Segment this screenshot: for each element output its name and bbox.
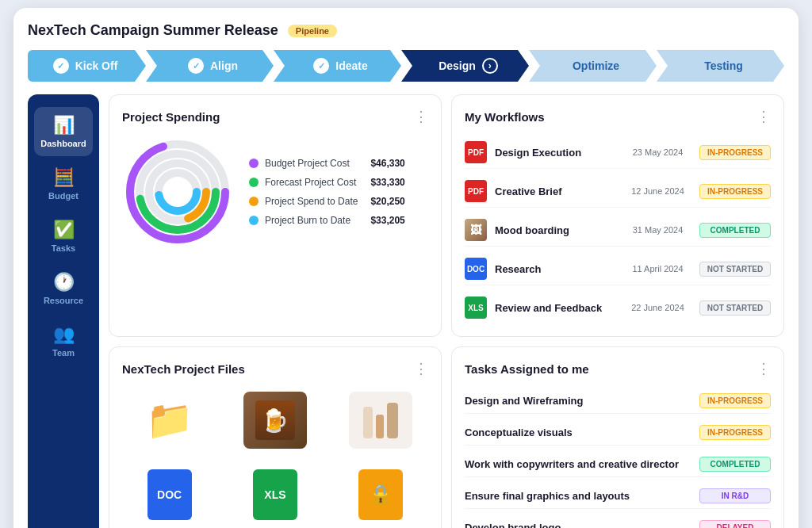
legend-item: Forecast Project Cost $33,330 (249, 177, 405, 188)
spending-header: Project Spending ⋮ (122, 108, 428, 125)
header-row: NexTech Campaign Summer Release Pipeline (28, 22, 784, 39)
donut-chart (122, 136, 233, 247)
sidebar-label: Dashboard (40, 139, 86, 148)
legend-dot (249, 159, 259, 168)
workflow-date: 23 May 2024 (624, 147, 691, 157)
sidebar-label: Team (52, 348, 75, 358)
task-status-badge: IN-PROGRESS (699, 393, 771, 408)
spending-more-icon[interactable]: ⋮ (414, 108, 428, 125)
legend-dot (249, 178, 259, 187)
sidebar-item-tasks[interactable]: ✅ Tasks (34, 212, 93, 261)
resource-icon: 🕐 (53, 272, 75, 293)
file-photo2[interactable] (334, 388, 428, 452)
file-locked-file[interactable]: 🔒 (334, 463, 428, 526)
file-document[interactable]: DOC (122, 463, 216, 526)
top-row: Project Spending ⋮ Budget Project Cost $… (109, 94, 784, 337)
workflows-more-icon[interactable]: ⋮ (756, 108, 771, 125)
pipeline-step-optimize[interactable]: Optimize (529, 50, 657, 82)
workflow-name: Creative Brief (495, 186, 616, 197)
workflows-header: My Workflows ⋮ (465, 108, 771, 125)
file-spreadsheet[interactable]: XLS (228, 463, 322, 526)
workflow-status-badge: NOT STARTED (699, 300, 771, 316)
workflow-file-icon: XLS (465, 297, 487, 319)
workflow-status-badge: IN-PROGRESS (699, 184, 771, 199)
workflow-date: 22 June 2024 (624, 303, 691, 312)
sidebar-label: Resource (44, 296, 83, 305)
legend-dot (249, 216, 259, 225)
task-item: Conceptualize visuals IN-PROGRESS (465, 420, 771, 446)
files-card: NexTech Project Files ⋮ 📁 🍺 DOCXLS🔒 (109, 346, 442, 528)
files-more-icon[interactable]: ⋮ (414, 360, 428, 377)
task-name: Ensure final graphics and layouts (465, 490, 630, 502)
legend-label: Project Spend to Date (265, 196, 358, 207)
tasks-card: Tasks Assigned to me ⋮ Design and Wirefr… (451, 346, 784, 528)
pipeline-step-testing[interactable]: Testing (657, 50, 784, 82)
files-title: NexTech Project Files (122, 362, 245, 376)
pipeline-step-design[interactable]: Design› (401, 50, 529, 82)
team-icon: 👥 (53, 324, 75, 345)
tasks-header: Tasks Assigned to me ⋮ (465, 360, 771, 377)
folder-icon: 📁 (146, 398, 193, 442)
workflow-name: Mood boarding (495, 224, 616, 236)
legend-label: Forecast Project Cost (265, 177, 358, 188)
task-item: Design and Wireframing IN-PROGRESS (465, 388, 771, 414)
legend-dot (249, 197, 259, 206)
workflow-status-badge: IN-PROGRESS (699, 145, 771, 160)
sidebar-item-resource[interactable]: 🕐 Resource (34, 264, 93, 313)
workflow-item: 🖼 Mood boarding 31 May 2024 COMPLETED (465, 214, 771, 247)
content-area: Project Spending ⋮ Budget Project Cost $… (109, 94, 784, 528)
sidebar-label: Tasks (52, 243, 75, 253)
task-status-badge: IN R&D (699, 488, 771, 503)
tasks-more-icon[interactable]: ⋮ (756, 360, 771, 377)
files-grid: 📁 🍺 DOCXLS🔒 (122, 388, 428, 526)
task-item: Ensure final graphics and layouts IN R&D (465, 484, 771, 509)
legend-value: $33,205 (370, 215, 404, 226)
locked-file-icon: 🔒 (358, 469, 403, 520)
task-item: Develop brand logo DELAYED (465, 515, 771, 528)
sidebar-item-team[interactable]: 👥 Team (34, 316, 93, 365)
workflow-item: PDF Design Execution 23 May 2024 IN-PROG… (465, 136, 771, 169)
step-check-icon: ✓ (53, 58, 69, 74)
pipeline-badge: Pipeline (288, 25, 337, 37)
task-name: Design and Wireframing (465, 395, 583, 407)
spending-content: Budget Project Cost $46,330 Forecast Pro… (122, 136, 428, 247)
workflow-file-icon: PDF (465, 180, 487, 202)
legend-label: Budget Project Cost (265, 158, 358, 169)
task-item: Work with copywriters and creative direc… (465, 452, 771, 477)
legend-value: $46,330 (370, 158, 404, 169)
xls-file-icon: XLS (253, 469, 297, 520)
pipeline-step-align[interactable]: ✓Align (146, 50, 274, 82)
doc-file-icon: DOC (147, 469, 192, 520)
tasks-title: Tasks Assigned to me (465, 362, 589, 376)
step-check-icon: ✓ (313, 58, 329, 74)
sidebar-item-budget[interactable]: 🧮 Budget (34, 159, 93, 209)
workflow-name: Design Execution (495, 147, 616, 159)
workflow-item: PDF Creative Brief 12 June 2024 IN-PROGR… (465, 175, 771, 208)
spending-legend: Budget Project Cost $46,330 Forecast Pro… (249, 158, 405, 226)
step-check-icon: ✓ (188, 58, 204, 74)
step-label: Kick Off (75, 59, 118, 72)
workflows-title: My Workflows (465, 110, 545, 124)
legend-value: $20,250 (370, 196, 404, 207)
legend-label: Project Burn to Date (265, 215, 358, 226)
pipeline-step-kick-off[interactable]: ✓Kick Off (28, 50, 146, 82)
task-list: Design and Wireframing IN-PROGRESS Conce… (465, 388, 771, 528)
task-status-badge: DELAYED (699, 520, 771, 528)
pipeline-step-ideate[interactable]: ✓Ideate (274, 50, 401, 82)
workflow-file-icon: 🖼 (465, 219, 487, 241)
task-status-badge: IN-PROGRESS (699, 425, 771, 440)
workflows-card: My Workflows ⋮ PDF Design Execution 23 M… (451, 94, 784, 337)
task-name: Work with copywriters and creative direc… (465, 458, 679, 470)
file-folder1[interactable]: 📁 (122, 388, 216, 452)
legend-item: Project Spend to Date $20,250 (249, 196, 405, 207)
workflow-status-badge: NOT STARTED (699, 262, 771, 277)
step-label: Optimize (573, 59, 619, 72)
workflow-list: PDF Design Execution 23 May 2024 IN-PROG… (465, 136, 771, 323)
legend-value: $33,330 (370, 177, 404, 188)
sidebar-item-dashboard[interactable]: 📊 Dashboard (34, 107, 93, 156)
step-label: Design (439, 59, 476, 72)
file-photo1[interactable]: 🍺 (228, 388, 322, 452)
task-name: Develop brand logo (465, 522, 561, 528)
workflow-file-icon: PDF (465, 141, 487, 163)
task-status-badge: COMPLETED (699, 457, 771, 472)
